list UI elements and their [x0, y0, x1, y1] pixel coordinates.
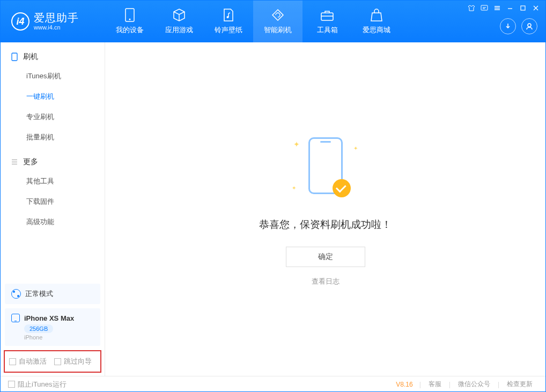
tab-label: 工具箱 [317, 25, 338, 35]
header-right [500, 18, 537, 34]
device-info-box[interactable]: iPhone XS Max 256GB iPhone [5, 308, 100, 346]
checkbox-label: 自动激活 [19, 357, 47, 366]
body: 刷机 iTunes刷机 一键刷机 专业刷机 批量刷机 更多 其他工具 下载固件 … [1, 42, 545, 376]
tab-label: 铃声壁纸 [215, 25, 242, 35]
app-title: 爱思助手 [34, 11, 79, 24]
block-itunes-checkbox[interactable]: 阻止iTunes运行 [8, 380, 67, 389]
wechat-link[interactable]: 微信公众号 [453, 380, 496, 389]
user-icon[interactable] [521, 18, 537, 34]
sidebar-section-title: 更多 [23, 157, 38, 167]
mode-icon [11, 289, 21, 299]
bag-icon [370, 8, 383, 22]
sidebar-section-more: 更多 其他工具 下载固件 高级功能 [1, 147, 105, 232]
tab-ringtones[interactable]: 铃声壁纸 [204, 1, 253, 42]
footer-right: V8.16 | 客服 | 微信公众号 | 检查更新 [396, 380, 538, 389]
success-message: 恭喜您，保资料刷机成功啦！ [259, 218, 392, 232]
device-name: iPhone XS Max [24, 314, 74, 322]
tab-apps[interactable]: 应用游戏 [154, 1, 204, 42]
phone-icon [11, 314, 20, 322]
app-url: www.i4.cn [34, 24, 79, 31]
tab-store[interactable]: 爱思商城 [352, 1, 401, 42]
sparkle-icon: ✦ [293, 140, 300, 149]
sparkle-icon: ✦ [353, 145, 358, 151]
tab-label: 应用游戏 [165, 25, 193, 35]
main-content: ✦ ✦ ✦ 恭喜您，保资料刷机成功啦！ 确定 查看日志 [105, 42, 545, 376]
list-icon [10, 158, 19, 166]
sidebar-header-more: 更多 [1, 157, 105, 171]
cube-icon [172, 8, 186, 22]
check-badge-icon [333, 179, 351, 197]
maximize-button[interactable] [518, 3, 528, 13]
download-icon[interactable] [500, 18, 516, 34]
tab-toolbox[interactable]: 工具箱 [302, 1, 352, 42]
phone-outline-icon [10, 53, 19, 61]
feedback-icon[interactable] [479, 3, 489, 13]
logo-area: i4 爱思助手 www.i4.cn [1, 11, 105, 31]
sidebar-item-other-tools[interactable]: 其他工具 [1, 171, 105, 191]
sidebar-item-advanced[interactable]: 高级功能 [1, 212, 105, 232]
checkbox-icon [8, 381, 15, 388]
sidebar-section-flash: 刷机 iTunes刷机 一键刷机 专业刷机 批量刷机 [1, 42, 105, 147]
sidebar-item-oneclick-flash[interactable]: 一键刷机 [1, 86, 105, 107]
skip-guide-checkbox[interactable]: 跳过向导 [54, 357, 92, 366]
view-log-link[interactable]: 查看日志 [312, 277, 340, 286]
tab-flash[interactable]: 智能刷机 [253, 1, 302, 42]
sidebar: 刷机 iTunes刷机 一键刷机 专业刷机 批量刷机 更多 其他工具 下载固件 … [1, 42, 105, 376]
window-controls [461, 0, 546, 16]
shirt-icon[interactable] [467, 3, 476, 13]
tab-label: 爱思商城 [363, 25, 390, 35]
menu-icon[interactable] [492, 3, 502, 13]
svg-rect-3 [321, 13, 333, 20]
svg-point-6 [528, 24, 531, 27]
minimize-button[interactable] [505, 3, 515, 13]
checkbox-icon [54, 358, 61, 365]
sidebar-item-itunes-flash[interactable]: iTunes刷机 [1, 66, 105, 86]
device-name-row: iPhone XS Max [11, 314, 94, 322]
footer: 阻止iTunes运行 V8.16 | 客服 | 微信公众号 | 检查更新 [1, 376, 545, 392]
device-type: iPhone [24, 334, 94, 341]
checkbox-icon [9, 358, 16, 365]
music-file-icon [222, 8, 235, 22]
version-label: V8.16 [396, 381, 412, 388]
tab-bar: 我的设备 应用游戏 铃声壁纸 智能刷机 工具箱 爱思商城 [105, 1, 401, 42]
auto-activate-checkbox[interactable]: 自动激活 [9, 357, 47, 366]
sidebar-header-flash: 刷机 [1, 52, 105, 66]
sidebar-item-download-firmware[interactable]: 下载固件 [1, 191, 105, 212]
device-storage-badge: 256GB [24, 324, 53, 333]
device-mode-box[interactable]: 正常模式 [5, 284, 100, 304]
tab-device[interactable]: 我的设备 [105, 1, 154, 42]
checkbox-label: 跳过向导 [64, 357, 92, 366]
update-link[interactable]: 检查更新 [501, 380, 538, 389]
sidebar-section-title: 刷机 [23, 52, 38, 62]
checkbox-label: 阻止iTunes运行 [18, 380, 67, 389]
svg-rect-5 [521, 6, 525, 10]
sidebar-item-pro-flash[interactable]: 专业刷机 [1, 107, 105, 127]
device-icon [123, 8, 137, 22]
header: i4 爱思助手 www.i4.cn 我的设备 应用游戏 铃声壁纸 智能刷机 工具… [1, 1, 545, 42]
options-highlight-box: 自动激活 跳过向导 [4, 350, 101, 373]
separator: | [449, 381, 451, 388]
footer-left: 阻止iTunes运行 [8, 380, 67, 389]
separator: | [419, 381, 421, 388]
svg-point-1 [129, 19, 131, 20]
tab-label: 智能刷机 [264, 25, 292, 35]
device-panel: 正常模式 iPhone XS Max 256GB iPhone 自动激活 跳过向… [1, 279, 105, 376]
sidebar-item-batch-flash[interactable]: 批量刷机 [1, 127, 105, 147]
svg-point-2 [227, 16, 229, 18]
sparkle-icon: ✦ [292, 185, 296, 191]
device-mode-label: 正常模式 [25, 289, 53, 299]
logo-text: 爱思助手 www.i4.cn [34, 11, 79, 31]
success-illustration: ✦ ✦ ✦ [291, 132, 360, 202]
separator: | [498, 381, 499, 388]
close-button[interactable] [531, 3, 541, 13]
support-link[interactable]: 客服 [423, 380, 447, 389]
tab-label: 我的设备 [116, 25, 144, 35]
ok-button[interactable]: 确定 [286, 247, 365, 267]
toolbox-icon [320, 8, 334, 22]
svg-rect-7 [12, 53, 17, 61]
app-logo-icon: i4 [11, 12, 29, 31]
sync-icon [271, 8, 285, 22]
